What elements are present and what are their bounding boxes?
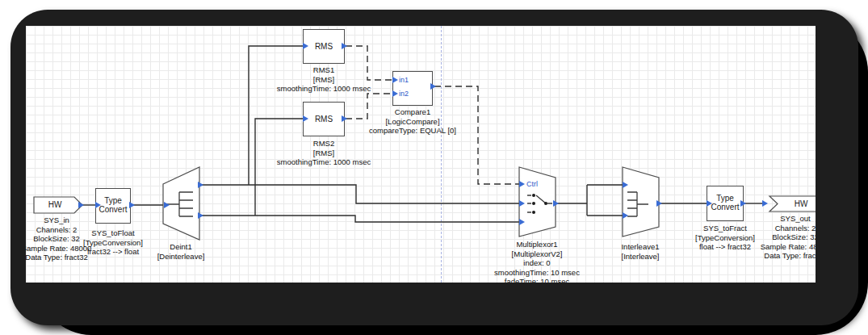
rms1-glyph: RMS	[303, 42, 345, 51]
port-rms2-in[interactable]	[303, 115, 308, 122]
port-typeconvert-out[interactable]	[129, 202, 135, 208]
wire-branch-to-rms2	[255, 119, 304, 216]
rms1-caption: RMS1 [RMS] smoothingTime: 1000 msec	[263, 65, 384, 94]
port-typeconvert2-out[interactable]	[740, 200, 746, 207]
multiplexor-ctrl-label: Ctrl	[526, 180, 538, 188]
port-sysin-out[interactable]	[78, 202, 84, 208]
deinterleave-caption: Deint1 [Deinterleave]	[120, 242, 241, 261]
compare-caption: Compare1 [LogicCompare] compareType: EQU…	[352, 107, 473, 136]
port-compare-in1[interactable]	[392, 77, 398, 83]
rms2-glyph: RMS	[303, 115, 345, 124]
wire-deint1-to-mux-in1	[200, 185, 520, 203]
block-interleave[interactable]	[623, 167, 660, 237]
port-interleave-in1[interactable]	[623, 182, 628, 188]
design-canvas[interactable]: Type Convert RMS RMS Type Convert HW HW …	[26, 26, 816, 283]
port-compare-out[interactable]	[430, 83, 436, 90]
port-deint-out2[interactable]	[198, 212, 203, 219]
port-typeconvert-in[interactable]	[95, 202, 101, 208]
port-deint-out1[interactable]	[198, 182, 203, 188]
port-interleave-in2[interactable]	[623, 212, 628, 219]
sys-out-glyph: HW	[780, 199, 816, 208]
port-rms2-out[interactable]	[342, 115, 347, 122]
port-compare-in2[interactable]	[392, 90, 398, 97]
sys-in-glyph: HW	[34, 200, 76, 209]
compare-in2-label: in2	[399, 90, 409, 98]
sys-out-caption: SYS_out Channels: 2 BlockSize: 32 Sample…	[735, 214, 816, 261]
compare-in1-label: in1	[399, 76, 409, 84]
port-mux-in2[interactable]	[519, 219, 525, 225]
port-interleave-out[interactable]	[656, 200, 662, 207]
wire-compare-to-mux-ctrl	[434, 86, 520, 184]
port-sysout-in[interactable]	[762, 200, 768, 207]
screenshot-stage: Type Convert RMS RMS Type Convert HW HW …	[0, 0, 868, 335]
port-deint-in[interactable]	[164, 202, 170, 208]
wire-mux-to-interleave	[557, 185, 623, 216]
port-rms1-out[interactable]	[342, 43, 347, 49]
port-mux-in1[interactable]	[519, 200, 525, 207]
port-rms1-in[interactable]	[303, 43, 308, 49]
port-typeconvert2-in[interactable]	[707, 200, 712, 207]
port-mux-ctrl[interactable]	[519, 181, 525, 187]
rms2-caption: RMS2 [RMS] smoothingTime: 1000 msec	[263, 139, 384, 167]
port-mux-out[interactable]	[553, 200, 559, 207]
wire-deint2-to-mux-in2	[200, 216, 520, 222]
